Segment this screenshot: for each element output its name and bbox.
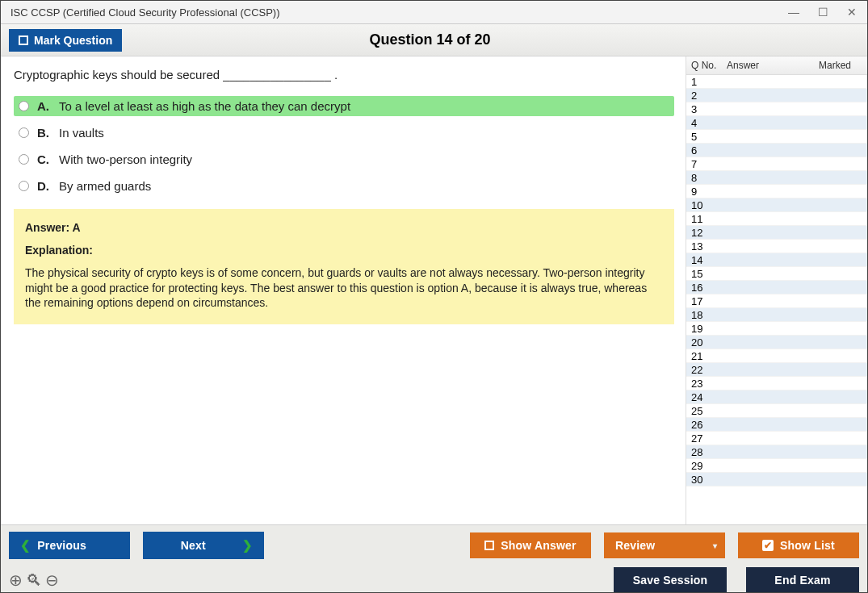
question-list-row[interactable]: 2 — [686, 89, 867, 102]
col-answer: Answer — [727, 60, 819, 71]
question-list-row[interactable]: 30 — [686, 473, 867, 487]
previous-label: Previous — [37, 539, 86, 552]
question-list-scroll[interactable]: 1234567891011121314151617181920212223242… — [686, 75, 867, 524]
question-list-row[interactable]: 1 — [686, 75, 867, 89]
list-qno: 1 — [691, 75, 727, 88]
list-marked — [819, 308, 862, 321]
zoom-reset-icon[interactable]: ⊕ — [9, 570, 23, 590]
question-list-row[interactable]: 16 — [686, 281, 867, 294]
options-list: A. To a level at least as high as the da… — [14, 96, 674, 196]
mark-question-button[interactable]: Mark Question — [9, 29, 122, 52]
list-qno: 14 — [691, 253, 727, 266]
zoom-out-icon[interactable]: ⊖ — [45, 570, 59, 590]
chevron-down-icon: ▾ — [713, 541, 717, 550]
save-session-button[interactable]: Save Session — [614, 567, 727, 593]
question-list-row[interactable]: 27 — [686, 432, 867, 445]
list-answer — [727, 226, 819, 239]
list-answer — [727, 267, 819, 280]
list-answer — [727, 390, 819, 403]
list-answer — [727, 445, 819, 458]
question-text: Cryptographic keys should be secured ___… — [14, 65, 674, 81]
question-list-row[interactable]: 8 — [686, 171, 867, 185]
previous-button[interactable]: ❮ Previous — [9, 532, 130, 559]
list-qno: 17 — [691, 294, 727, 307]
list-qno: 2 — [691, 89, 727, 102]
explanation-text: The physical security of crypto keys is … — [25, 265, 661, 310]
question-list-row[interactable]: 9 — [686, 185, 867, 198]
show-answer-checkbox-icon — [484, 541, 494, 550]
window-controls: — ☐ ✕ — [788, 6, 858, 19]
zoom-in-icon[interactable]: 🔍︎ — [26, 571, 42, 590]
list-qno: 7 — [691, 157, 727, 170]
question-list-row[interactable]: 22 — [686, 363, 867, 377]
option-letter: A. — [37, 99, 49, 113]
maximize-icon[interactable]: ☐ — [817, 6, 828, 19]
question-list-row[interactable]: 3 — [686, 102, 867, 116]
radio-icon[interactable] — [19, 154, 29, 165]
list-answer — [727, 459, 819, 472]
question-list-row[interactable]: 12 — [686, 226, 867, 240]
list-marked — [819, 253, 862, 266]
option-d[interactable]: D. By armed guards — [14, 176, 674, 196]
mark-checkbox-icon — [19, 35, 28, 45]
close-icon[interactable]: ✕ — [846, 6, 858, 19]
question-list-row[interactable]: 26 — [686, 418, 867, 432]
question-list-row[interactable]: 19 — [686, 322, 867, 336]
list-qno: 21 — [691, 349, 727, 362]
question-list-row[interactable]: 17 — [686, 294, 867, 308]
question-list-row[interactable]: 13 — [686, 240, 867, 253]
question-list-row[interactable]: 5 — [686, 130, 867, 144]
show-answer-button[interactable]: Show Answer — [470, 532, 591, 558]
title-bar: ISC CCSP (Certified Cloud Security Profe… — [1, 1, 867, 24]
review-dropdown-button[interactable]: Review ▾ — [604, 532, 725, 558]
question-list-row[interactable]: 6 — [686, 144, 867, 157]
mark-question-label: Mark Question — [34, 34, 112, 47]
list-marked — [819, 377, 862, 390]
footer-row-2: ⊕ 🔍︎ ⊖ Save Session End Exam — [9, 567, 859, 593]
option-a[interactable]: A. To a level at least as high as the da… — [14, 96, 674, 116]
question-list-row[interactable]: 7 — [686, 157, 867, 171]
question-list-row[interactable]: 4 — [686, 116, 867, 130]
list-answer — [727, 102, 819, 115]
list-marked — [819, 418, 862, 431]
list-marked — [819, 445, 862, 458]
end-exam-button[interactable]: End Exam — [746, 567, 859, 593]
show-list-button[interactable]: ✔ Show List — [738, 532, 859, 558]
minimize-icon[interactable]: — — [788, 6, 799, 19]
question-list-row[interactable]: 18 — [686, 308, 867, 322]
option-text: In vaults — [59, 126, 104, 140]
question-list-row[interactable]: 29 — [686, 459, 867, 473]
option-c[interactable]: C. With two-person integrity — [14, 149, 674, 169]
question-list-row[interactable]: 15 — [686, 267, 867, 281]
chevron-left-icon: ❮ — [20, 538, 31, 553]
list-answer — [727, 212, 819, 225]
list-marked — [819, 390, 862, 403]
question-list-row[interactable]: 20 — [686, 336, 867, 349]
question-list-row[interactable]: 10 — [686, 198, 867, 212]
option-b[interactable]: B. In vaults — [14, 123, 674, 143]
list-marked — [819, 116, 862, 129]
question-list-row[interactable]: 14 — [686, 253, 867, 267]
next-button[interactable]: Next ❯ — [143, 532, 264, 559]
question-list-row[interactable]: 28 — [686, 445, 867, 459]
list-marked — [819, 473, 862, 486]
radio-icon[interactable] — [19, 101, 29, 111]
list-qno: 30 — [691, 473, 727, 486]
list-answer — [727, 240, 819, 253]
chevron-right-icon: ❯ — [242, 538, 253, 553]
list-marked — [819, 349, 862, 362]
list-qno: 23 — [691, 377, 727, 390]
question-list-row[interactable]: 23 — [686, 377, 867, 390]
option-text: To a level at least as high as the data … — [59, 99, 350, 113]
list-answer — [727, 294, 819, 307]
question-list-row[interactable]: 21 — [686, 349, 867, 363]
radio-icon[interactable] — [19, 181, 29, 191]
list-qno: 22 — [691, 363, 727, 376]
list-answer — [727, 116, 819, 129]
option-letter: D. — [37, 179, 49, 193]
question-list-row[interactable]: 24 — [686, 390, 867, 404]
list-qno: 9 — [691, 185, 727, 198]
question-list-row[interactable]: 11 — [686, 212, 867, 226]
question-list-row[interactable]: 25 — [686, 404, 867, 418]
radio-icon[interactable] — [19, 127, 29, 138]
